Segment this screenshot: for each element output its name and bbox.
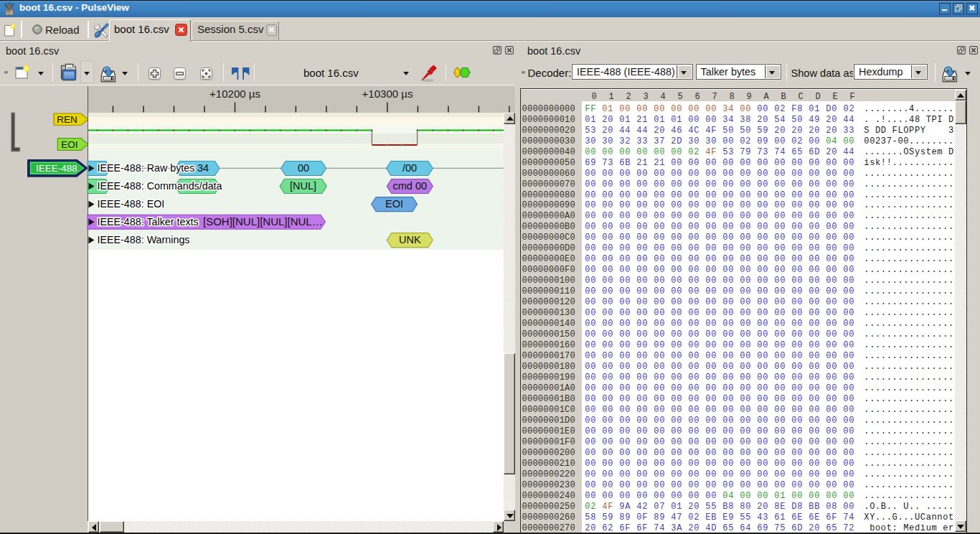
svg-text:34: 34 — [197, 162, 209, 174]
svg-text:IEEE-488: Commands/data: IEEE-488: Commands/data — [98, 180, 222, 192]
svg-text:cmd 00: cmd 00 — [393, 180, 428, 192]
svg-text:/00: /00 — [402, 162, 417, 174]
svg-text:IEEE-488: Raw bytes: IEEE-488: Raw bytes — [98, 162, 195, 174]
svg-text:[SOH][NUL][NUL][NUL…: [SOH][NUL][NUL][NUL… — [203, 215, 323, 228]
svg-text:[NUL]: [NUL] — [290, 180, 316, 192]
svg-text:IEEE-488: Warnings: IEEE-488: Warnings — [98, 234, 190, 245]
svg-text:EOI: EOI — [385, 198, 403, 210]
svg-text:IEEE-488: Talker texts: IEEE-488: Talker texts — [98, 216, 199, 228]
svg-text:IEEE-488: EOI: IEEE-488: EOI — [98, 198, 165, 210]
svg-text:UNK: UNK — [399, 234, 421, 245]
svg-text:00: 00 — [298, 162, 309, 174]
svg-text:REN: REN — [57, 114, 77, 125]
svg-text:EOI: EOI — [61, 139, 77, 150]
svg-text:IEEE-488: IEEE-488 — [36, 163, 77, 174]
